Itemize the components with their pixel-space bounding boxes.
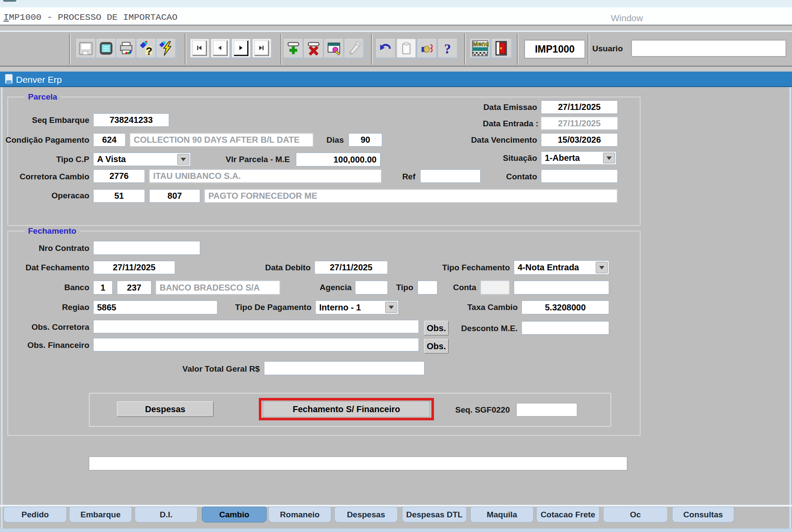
svg-text:?: ? — [444, 41, 451, 56]
svg-text:Menu: Menu — [473, 40, 489, 47]
svg-text:?: ? — [146, 45, 152, 56]
